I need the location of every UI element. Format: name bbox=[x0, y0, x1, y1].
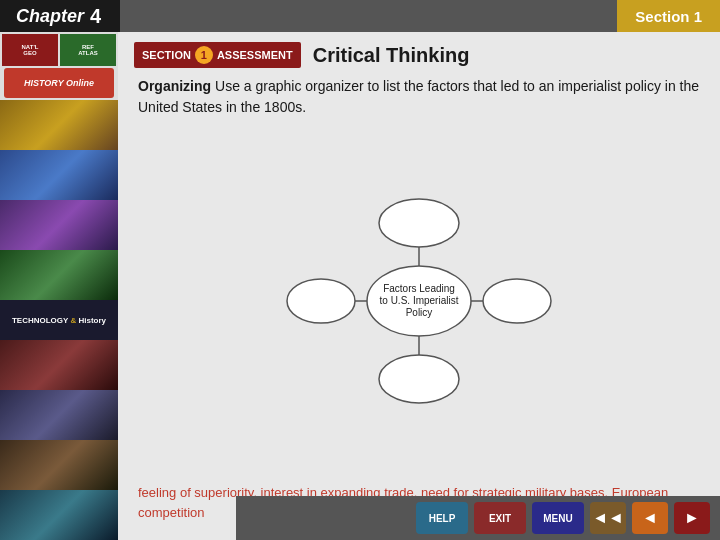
badge-number: 1 bbox=[195, 46, 213, 64]
sidebar-image-4 bbox=[0, 250, 118, 300]
organizing-bold: Organizing bbox=[138, 78, 211, 94]
chapter-number: 4 bbox=[90, 5, 101, 28]
assessment-title: Critical Thinking bbox=[313, 44, 470, 67]
svg-point-4 bbox=[379, 199, 459, 247]
svg-text:Policy: Policy bbox=[406, 307, 433, 318]
sidebar-image-8 bbox=[0, 490, 118, 540]
chapter-label: Chapter 4 bbox=[0, 0, 120, 32]
forward-button[interactable]: ► bbox=[674, 502, 710, 534]
reference-atlas-logo: REFATLAS bbox=[60, 34, 116, 66]
top-bar: Chapter 4 Section 1 bbox=[0, 0, 720, 32]
top-bar-spacer bbox=[120, 0, 617, 32]
sidebar-image-2 bbox=[0, 150, 118, 200]
section-label: Section 1 bbox=[617, 0, 720, 32]
badge-assessment-word: ASSESSMENT bbox=[217, 49, 293, 61]
sidebar-image-1 bbox=[0, 100, 118, 150]
svg-point-6 bbox=[379, 355, 459, 403]
sidebar-image-6 bbox=[0, 390, 118, 440]
prev-prev-button[interactable]: ◄◄ bbox=[590, 502, 626, 534]
assessment-header: SECTION 1 ASSESSMENT Critical Thinking bbox=[118, 32, 720, 76]
svg-text:to U.S. Imperialist: to U.S. Imperialist bbox=[380, 295, 459, 306]
organizer-diagram: Factors Leading to U.S. Imperialist Poli… bbox=[279, 191, 559, 411]
help-button[interactable]: HELP bbox=[416, 502, 468, 534]
sidebar-logo-row: NAT'LGEO REFATLAS bbox=[2, 34, 116, 66]
menu-button[interactable]: MENU bbox=[532, 502, 584, 534]
national-geo-logo: NAT'LGEO bbox=[2, 34, 58, 66]
history-online-logo: HISTORY Online bbox=[4, 68, 114, 98]
organizing-detail: Use a graphic organizer to list the fact… bbox=[138, 78, 699, 115]
organizer-container: Factors Leading to U.S. Imperialist Poli… bbox=[138, 134, 700, 467]
back-button[interactable]: ◄ bbox=[632, 502, 668, 534]
sidebar-image-5 bbox=[0, 340, 118, 390]
main-content: SECTION 1 ASSESSMENT Critical Thinking O… bbox=[118, 32, 720, 540]
svg-point-8 bbox=[287, 279, 355, 323]
bottom-nav[interactable]: HELP EXIT MENU ◄◄ ◄ ► bbox=[236, 496, 720, 540]
svg-text:Factors Leading: Factors Leading bbox=[383, 283, 455, 294]
organizing-text: Organizing Use a graphic organizer to li… bbox=[138, 76, 700, 118]
svg-point-10 bbox=[483, 279, 551, 323]
badge-section-word: SECTION bbox=[142, 49, 191, 61]
exit-button[interactable]: EXIT bbox=[474, 502, 526, 534]
chapter-word: Chapter bbox=[16, 6, 84, 27]
section-badge: SECTION 1 ASSESSMENT bbox=[134, 42, 301, 68]
sidebar-images: TECHNOLOGY & History bbox=[0, 100, 118, 540]
tech-history-label: TECHNOLOGY & History bbox=[0, 300, 118, 340]
sidebar-image-7 bbox=[0, 440, 118, 490]
sidebar: NAT'LGEO REFATLAS HISTORY Online TECHNOL… bbox=[0, 32, 118, 540]
sidebar-image-3 bbox=[0, 200, 118, 250]
sidebar-top: NAT'LGEO REFATLAS HISTORY Online bbox=[0, 32, 118, 100]
content-area: Organizing Use a graphic organizer to li… bbox=[118, 76, 720, 540]
